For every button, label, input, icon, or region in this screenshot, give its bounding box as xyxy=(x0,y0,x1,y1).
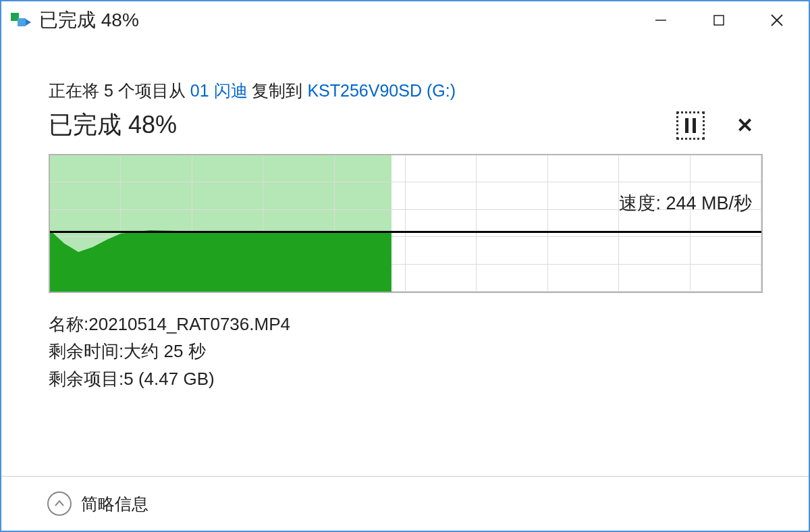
detail-name-value: 20210514_RAT0736.MP4 xyxy=(88,311,290,338)
footer: 简略信息 xyxy=(1,476,809,531)
chart-area xyxy=(50,155,761,292)
detail-name: 名称: 20210514_RAT0736.MP4 xyxy=(49,311,763,338)
speed-chart: 速度: 244 MB/秒 xyxy=(49,154,763,293)
footer-label: 简略信息 xyxy=(81,493,148,515)
detail-items-label: 剩余项目: xyxy=(49,365,124,392)
detail-items-value: 5 (4.47 GB) xyxy=(124,365,214,392)
pause-button[interactable] xyxy=(676,111,705,140)
window-controls xyxy=(632,4,806,36)
speed-label: 速度: 244 MB/秒 xyxy=(619,191,752,215)
detail-time: 剩余时间: 大约 25 秒 xyxy=(49,338,763,365)
pause-icon xyxy=(685,118,696,133)
chart-speed-line xyxy=(50,231,761,233)
action-buttons: ✕ xyxy=(676,111,763,140)
copy-icon xyxy=(11,13,28,28)
detail-time-label: 剩余时间: xyxy=(49,338,124,365)
detail-items: 剩余项目: 5 (4.47 GB) xyxy=(49,365,763,392)
copy-prefix: 正在将 5 个项目从 xyxy=(49,81,190,100)
titlebar: 已完成 48% xyxy=(1,1,809,39)
cancel-button[interactable]: ✕ xyxy=(732,113,757,137)
close-button[interactable] xyxy=(748,4,806,36)
svg-rect-1 xyxy=(714,16,724,25)
collapse-toggle[interactable] xyxy=(47,491,72,516)
progress-row: 已完成 48% ✕ xyxy=(49,109,763,142)
window-title: 已完成 48% xyxy=(39,7,632,33)
minimize-button[interactable] xyxy=(632,4,690,36)
copy-middle: 复制到 xyxy=(248,81,308,100)
progress-text: 已完成 48% xyxy=(49,109,177,142)
copy-dialog: 已完成 48% 正在将 5 个项目从 01 闪迪 复制到 KST256V90SD… xyxy=(0,0,810,532)
content: 正在将 5 个项目从 01 闪迪 复制到 KST256V90SD (G:) 已完… xyxy=(1,39,809,476)
copy-description: 正在将 5 个项目从 01 闪迪 复制到 KST256V90SD (G:) xyxy=(49,80,763,102)
detail-time-value: 大约 25 秒 xyxy=(124,338,205,365)
chevron-up-icon xyxy=(53,498,65,510)
source-link[interactable]: 01 闪迪 xyxy=(190,81,248,100)
details: 名称: 20210514_RAT0736.MP4 剩余时间: 大约 25 秒 剩… xyxy=(49,311,763,392)
detail-name-label: 名称: xyxy=(49,311,88,338)
maximize-button[interactable] xyxy=(690,4,748,36)
destination-link[interactable]: KST256V90SD (G:) xyxy=(307,81,456,100)
